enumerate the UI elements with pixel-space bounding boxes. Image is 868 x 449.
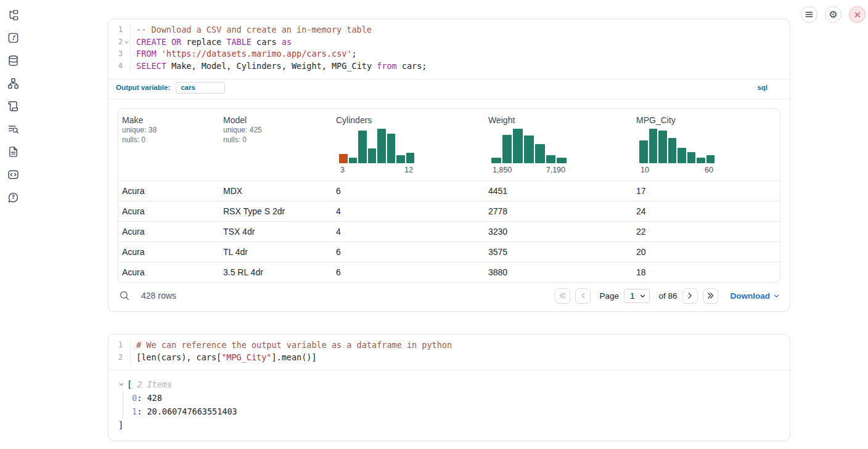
histogram-bar: [339, 154, 348, 163]
line-number: 4: [118, 60, 123, 73]
dependency-graph-button[interactable]: [7, 78, 20, 90]
file-tree-button[interactable]: [7, 9, 20, 22]
table-cell: 6: [336, 186, 488, 196]
output-variable-input[interactable]: [176, 82, 225, 94]
download-button[interactable]: Download: [731, 291, 780, 301]
histogram-bar: [406, 153, 415, 163]
item-index: 0: [132, 393, 137, 403]
divider: [108, 99, 790, 99]
page-select[interactable]: 1: [624, 289, 650, 303]
sql-code-editor[interactable]: 1-- Download a CSV and create an in-memo…: [108, 19, 790, 79]
line-gutter: 2: [108, 36, 131, 49]
line-number: 2: [118, 352, 123, 364]
table-cell: TSX 4dr: [223, 227, 336, 237]
histogram-bar: [396, 155, 405, 163]
table-row: AcuraTL 4dr6357520: [118, 241, 780, 262]
column-header-cylinders[interactable]: Cylinders312: [336, 114, 488, 174]
chevron-left-icon: [579, 291, 588, 300]
column-name: Cylinders: [336, 114, 488, 125]
line-gutter: 2: [108, 352, 131, 364]
svg-text:?: ?: [12, 194, 15, 200]
output-list-item: 0: 428: [132, 391, 780, 405]
fold-toggle-icon[interactable]: [123, 39, 130, 45]
histogram-bar: [697, 158, 705, 163]
table-cell: 20: [636, 247, 780, 257]
document-button[interactable]: [7, 146, 20, 158]
column-stat: unique: 38: [122, 125, 223, 136]
next-page-button[interactable]: [682, 288, 698, 304]
line-number: 3: [118, 48, 123, 60]
search-icon: [118, 289, 131, 302]
line-gutter: 4: [108, 60, 131, 73]
table-footer: 428 rows Page 1 of 86: [108, 283, 790, 311]
menu-button[interactable]: [801, 6, 817, 23]
column-stat: nulls: 0: [122, 135, 223, 145]
axis-label: 3: [340, 166, 345, 174]
database-button[interactable]: [7, 55, 20, 67]
table-cell: 24: [636, 206, 780, 216]
histogram-bar: [557, 158, 567, 163]
histogram-bar: [491, 158, 501, 163]
table-cell: Acura: [122, 206, 223, 216]
row-count: 428 rows: [141, 291, 176, 301]
histogram-bar: [639, 140, 648, 163]
chevrons-right-icon: [706, 291, 714, 300]
column-header-model[interactable]: Modelunique: 425nulls: 0: [223, 114, 336, 174]
column-header-mpg_city[interactable]: MPG_City1060: [636, 114, 780, 174]
table-row: AcuraTSX 4dr4323022: [118, 221, 780, 241]
table-header: Makeunique: 38nulls: 0Modelunique: 425nu…: [118, 109, 780, 180]
histogram-bar: [706, 155, 715, 163]
table-body: AcuraMDX6445117AcuraRSX Type S 2dr427782…: [118, 180, 780, 282]
help-button[interactable]: ?: [7, 192, 20, 204]
histogram-axis-labels: 1060: [639, 166, 714, 174]
scroll-icon: [7, 100, 19, 112]
column-header-weight[interactable]: Weight1,8507,190: [488, 114, 636, 174]
column-header-make[interactable]: Makeunique: 38nulls: 0: [122, 114, 223, 174]
code-line: 1-- Download a CSV and create an in-memo…: [108, 24, 790, 36]
histogram-bars: [339, 129, 414, 163]
scroll-button[interactable]: [7, 100, 20, 113]
column-histogram: 1060: [639, 129, 714, 174]
table-cell: 17: [636, 186, 780, 196]
code-text: SELECT Make, Model, Cylinders, Weight, M…: [131, 60, 427, 73]
previous-page-button[interactable]: [575, 288, 591, 304]
table-cell: RSX Type S 2dr: [223, 206, 336, 216]
help-icon: ?: [7, 192, 19, 203]
table-cell: 22: [636, 227, 780, 237]
table-cell: 3880: [488, 267, 636, 277]
sidebar: f?: [0, 0, 27, 449]
language-badge: sql: [757, 84, 768, 91]
axis-label: 10: [641, 166, 649, 174]
snippets-button[interactable]: [7, 169, 20, 181]
histogram-axis-labels: 1,8507,190: [491, 166, 567, 174]
function-button[interactable]: f: [7, 32, 20, 44]
sql-cell: 1-- Download a CSV and create an in-memo…: [108, 18, 790, 312]
code-line: 1# We can reference the output variable …: [108, 339, 790, 352]
page-label: Page: [599, 291, 619, 301]
histogram-bar: [368, 148, 377, 163]
file-tree-icon: [7, 9, 19, 21]
settings-button[interactable]: ⚙: [825, 6, 841, 23]
table-cell: Acura: [122, 247, 223, 257]
histogram-bar: [377, 129, 386, 163]
histogram-bar: [513, 129, 523, 163]
python-code-editor[interactable]: 1# We can reference the output variable …: [108, 334, 790, 370]
list-search-button[interactable]: [7, 123, 20, 136]
output-variable-label: Output variable:: [116, 84, 170, 91]
line-number: 2: [118, 36, 123, 49]
collapse-toggle-icon[interactable]: [118, 381, 125, 387]
table-cell: 4: [336, 206, 488, 216]
histogram-bar: [668, 138, 677, 163]
first-page-button[interactable]: [555, 288, 570, 304]
code-text: FROM 'https://datasets.marimo.app/cars.c…: [131, 48, 357, 60]
output-list-items: 0: 4281: 20.060747663551403: [123, 391, 780, 418]
shutdown-button[interactable]: [849, 6, 866, 23]
column-histogram: 1,8507,190: [491, 129, 567, 174]
histogram-axis-labels: 312: [339, 166, 414, 174]
output-variable-row: Output variable: sql: [108, 79, 790, 99]
close-bracket: ]: [118, 418, 780, 432]
search-button[interactable]: [118, 289, 131, 302]
pagination: Page 1 of 86 Download: [555, 288, 780, 304]
table-cell: Acura: [122, 186, 223, 196]
last-page-button[interactable]: [703, 288, 718, 304]
